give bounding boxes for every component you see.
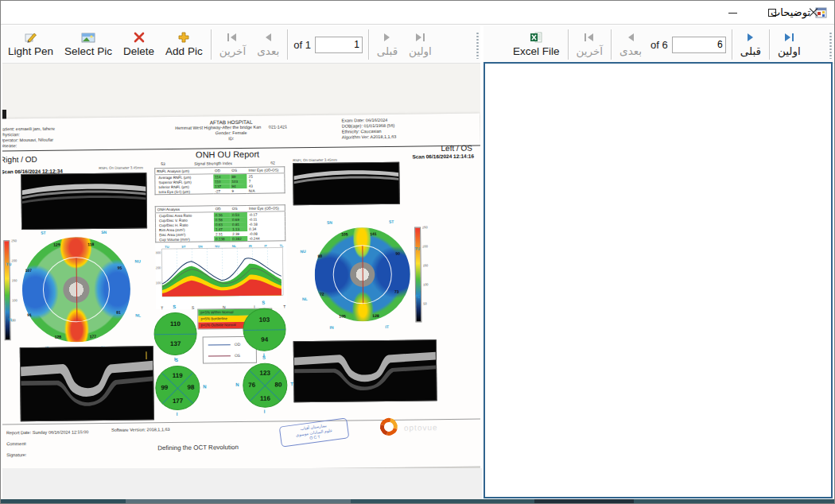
right-toolbar: Excel File آخرین بعدی of 6 قبلی bbox=[484, 25, 834, 64]
hospital-info-block: AFTAB HOSPITAL Hemmat West Highway-After… bbox=[132, 118, 331, 143]
move-next-icon bbox=[262, 29, 274, 45]
toolbar-separator bbox=[769, 29, 770, 60]
nav-next-button[interactable]: بعدی bbox=[614, 28, 647, 60]
light-pen-button[interactable]: Light Pen bbox=[2, 28, 59, 60]
nav-previous-button[interactable]: قبلی bbox=[735, 28, 767, 60]
toolbar-separator bbox=[287, 29, 288, 60]
maximize-icon bbox=[768, 9, 776, 17]
move-next-icon bbox=[625, 29, 636, 45]
rnfl-diameter-os: RNFL On Diameter 3.45mm bbox=[293, 158, 337, 163]
position-input[interactable] bbox=[672, 37, 726, 53]
oct-bscan-os-top bbox=[293, 162, 400, 206]
close-button[interactable] bbox=[795, 1, 832, 25]
nav-first-button[interactable]: اولین bbox=[403, 28, 437, 60]
move-previous-icon bbox=[382, 29, 393, 45]
nav-previous-button[interactable]: قبلی bbox=[371, 28, 403, 60]
hospital-address: Hemmat West Highway-After the bridge Kan bbox=[175, 125, 261, 130]
toolbar-separator bbox=[568, 29, 569, 60]
os-line-swatch bbox=[208, 355, 231, 356]
left-eye-title: Left / OS bbox=[441, 144, 472, 153]
of-count-label: of 1 bbox=[293, 39, 311, 51]
light-pen-icon bbox=[23, 29, 39, 45]
report-picture-box[interactable]: Patient: esmaeili jam, tahere Physician:… bbox=[2, 64, 480, 468]
toolbar-separator bbox=[611, 29, 612, 60]
od-quadrant-circle: 119 99 98 177 bbox=[155, 366, 200, 411]
table-row: Cup Volume (mm³)0.1380.382-0.244 bbox=[156, 235, 285, 242]
software-version: Software Version: 2018,1,1,63 bbox=[111, 427, 170, 432]
signature-label: Signature: bbox=[6, 452, 26, 457]
nav-previous-label: قبلی bbox=[377, 45, 398, 58]
rnfl-diameter-od: RNFL On Diameter 3.45mm bbox=[99, 165, 143, 170]
toolbar-grip[interactable] bbox=[829, 32, 832, 59]
nav-last-button[interactable]: آخرین bbox=[214, 28, 252, 60]
nav-last-label: آخرین bbox=[219, 45, 247, 58]
ssi-od: 53 bbox=[161, 161, 165, 166]
add-pic-icon bbox=[177, 29, 190, 45]
move-first-icon bbox=[783, 29, 794, 45]
nav-last-button[interactable]: آخرین bbox=[571, 28, 609, 60]
comment-label: Comment: bbox=[6, 441, 26, 446]
patient-info-block: Patient: esmaeili jam, tahere Physician:… bbox=[2, 126, 55, 149]
add-pic-label: Add Pic bbox=[165, 45, 203, 58]
nav-first-label: اولین bbox=[409, 45, 432, 58]
minimize-button[interactable] bbox=[714, 1, 751, 25]
toolbar-grip[interactable] bbox=[476, 32, 479, 59]
patient-name: Patient: esmaeili jam, tahere bbox=[2, 126, 55, 133]
delete-label: Delete bbox=[123, 45, 154, 58]
nav-last-label: آخرین bbox=[577, 45, 604, 58]
ssi-label: Signal Strength Index bbox=[194, 161, 232, 166]
window-bottom-edge bbox=[1, 499, 834, 503]
operator: Operator: Mousavi, Niloufar bbox=[2, 138, 55, 144]
exam-info-block: Exam Date: 06/16/2024 DOB(age): 01/01/19… bbox=[342, 118, 397, 141]
nav-next-label: بعدی bbox=[257, 45, 279, 58]
tsnit-profile-chart: TUST SNNU NLIN ITTL bbox=[155, 242, 287, 309]
position-input[interactable] bbox=[315, 37, 363, 53]
form-background bbox=[2, 468, 482, 501]
oct-bscan-os-onh bbox=[293, 339, 437, 402]
report-date: Report Date: Sunday 06/16/2024 12:15:00 bbox=[6, 429, 88, 435]
move-previous-icon bbox=[745, 29, 756, 45]
minimize-icon bbox=[728, 13, 737, 14]
rnfl-thickness-map-od bbox=[21, 237, 130, 343]
nav-first-button[interactable]: اولین bbox=[772, 28, 806, 60]
disease: Disease: bbox=[2, 143, 55, 149]
select-pic-button[interactable]: Select Pic bbox=[59, 28, 118, 60]
nav-next-label: بعدی bbox=[619, 45, 642, 58]
maximize-button[interactable] bbox=[754, 1, 790, 25]
move-last-icon bbox=[584, 29, 595, 45]
os-quadrant-circle: 123 76 80 116 bbox=[243, 362, 288, 408]
table-row: Intra Eye (S-I) (μm)-279N/A bbox=[155, 188, 285, 194]
toolbar-separator bbox=[368, 29, 369, 60]
onh-analysis-table: ONH Analysis OD OS Inter Eye (OD-OS) Cup… bbox=[155, 204, 286, 242]
oct-bscan-od-top bbox=[21, 173, 147, 230]
app-window: توضیحات Light Pen bbox=[0, 0, 835, 504]
move-first-icon bbox=[414, 29, 425, 45]
os-hemisphere-circle: 103 94 bbox=[243, 308, 286, 351]
hospital-phone: 021-1421 bbox=[269, 124, 287, 129]
excel-file-button[interactable]: Excel File bbox=[507, 28, 565, 60]
left-toolbar: Light Pen Select Pic Delete bbox=[2, 25, 480, 64]
algorithm-version: Algorithm Ver: A2018,1,1,63 bbox=[342, 134, 397, 141]
excel-file-label: Excel File bbox=[513, 45, 560, 58]
select-pic-label: Select Pic bbox=[64, 45, 112, 58]
add-pic-button[interactable]: Add Pic bbox=[160, 28, 208, 60]
nav-next-button[interactable]: بعدی bbox=[251, 28, 285, 60]
toolbar-separator bbox=[211, 29, 212, 60]
delete-button[interactable]: Delete bbox=[118, 28, 160, 60]
od-hemisphere-circle: 110 137 bbox=[153, 312, 197, 356]
color-scale-od bbox=[3, 240, 10, 340]
oct-bscan-od-onh bbox=[20, 346, 154, 421]
light-pen-label: Light Pen bbox=[8, 45, 53, 58]
of-count-label: of 6 bbox=[651, 39, 668, 51]
toolbar-separator bbox=[732, 29, 732, 60]
hospital-stamp: بیمارستان آفتاب علوم السادات موسوی O C T bbox=[279, 417, 350, 447]
tagline: Defining the OCT Revolution bbox=[157, 444, 239, 452]
optovue-logo-icon bbox=[377, 415, 401, 439]
delete-icon bbox=[133, 29, 146, 45]
scan-date-os: Scan 06/16/2024 12:14:16 bbox=[412, 153, 474, 160]
close-icon bbox=[809, 8, 818, 17]
excel-view-box[interactable] bbox=[484, 62, 833, 498]
od-line-swatch bbox=[208, 344, 231, 345]
excel-icon bbox=[530, 29, 543, 45]
ssi-os: 62 bbox=[270, 160, 275, 165]
